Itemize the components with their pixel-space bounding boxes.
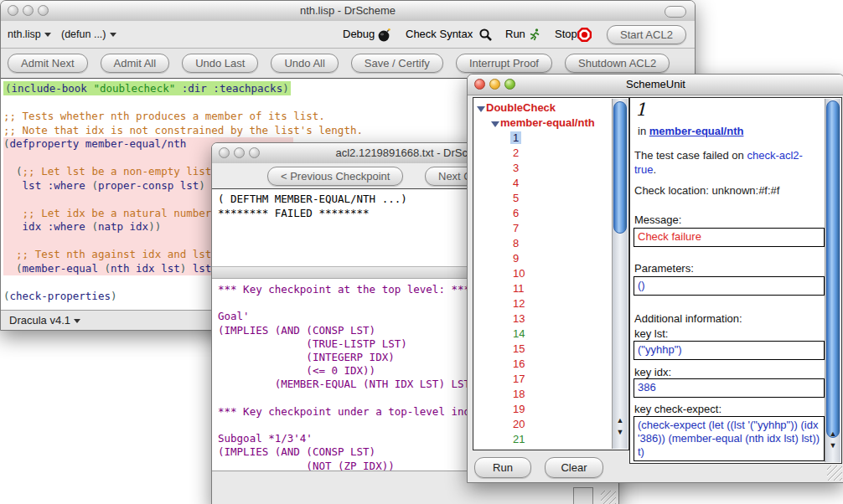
test-case-label: 3 — [510, 162, 521, 174]
window-schemeunit: SchemeUnit DoubleCheck member-equal/nth … — [467, 74, 843, 483]
case-link[interactable]: member-equal/nth — [649, 125, 744, 137]
admit-next-button[interactable]: Admit Next — [8, 54, 88, 73]
clear-button[interactable]: Clear — [545, 457, 603, 478]
vertical-scrollbar[interactable]: ▲ ▼ — [612, 99, 628, 449]
test-case-12[interactable]: 12 — [473, 296, 628, 311]
tree-node-doublecheck[interactable]: DoubleCheck — [473, 100, 628, 116]
runner-icon[interactable] — [527, 28, 541, 42]
test-case-label: 16 — [510, 357, 527, 370]
test-case-label: 20 — [510, 418, 527, 430]
interrupt-proof-button[interactable]: Interrupt Proof — [456, 54, 552, 73]
save-certify-button[interactable]: Save / Certify — [351, 54, 443, 73]
scroll-up-arrow[interactable]: ▲ — [825, 429, 840, 440]
test-case-16[interactable]: 16 — [473, 357, 628, 372]
bomb-icon[interactable] — [377, 28, 391, 42]
toolbar-toggle-button[interactable] — [665, 6, 686, 18]
test-tree-panel: DoubleCheck member-equal/nth 12345678910… — [473, 97, 629, 450]
chevron-down-icon — [44, 33, 51, 37]
test-case-6[interactable]: 6 — [473, 206, 628, 221]
test-case-label: 9 — [510, 252, 521, 265]
previous-checkpoint-button[interactable]: < Previous Checkpoint — [267, 167, 403, 186]
test-case-4[interactable]: 4 — [473, 176, 628, 191]
test-case-10[interactable]: 10 — [473, 266, 628, 281]
key-idx-label: key idx: — [634, 366, 671, 378]
test-case-5[interactable]: 5 — [473, 191, 628, 206]
test-case-9[interactable]: 9 — [473, 251, 628, 266]
check-syntax-button[interactable]: Check Syntax — [406, 21, 473, 48]
test-case-label: 12 — [510, 297, 527, 310]
test-case-2[interactable]: 2 — [473, 146, 628, 161]
language-label: Dracula v4.1 — [9, 314, 70, 327]
test-case-label: 17 — [510, 373, 527, 385]
test-case-label: 15 — [510, 342, 527, 355]
parameters-field[interactable]: () — [634, 276, 825, 296]
test-case-7[interactable]: 7 — [473, 221, 628, 236]
test-case-20[interactable]: 20 — [473, 417, 628, 432]
key-lst-label: key lst: — [634, 327, 668, 340]
key-check-expect-field[interactable]: (check-expect (let ((lst '("yyhhp")) (id… — [634, 416, 825, 461]
proof-summary-text: ( DEFTHM MEMBER-EQUAL/NTH ...) ******** … — [218, 193, 407, 220]
magnifier-icon[interactable] — [478, 28, 493, 42]
vertical-scrollbar[interactable]: ▲ ▼ — [825, 99, 840, 462]
disclosure-triangle-icon[interactable] — [491, 121, 499, 127]
drscheme-toolbar: nth.lisp (defun ...) Debug Check Syntax … — [1, 21, 695, 48]
window-title: nth.lisp - DrScheme — [1, 1, 695, 21]
test-case-8[interactable]: 8 — [473, 236, 628, 251]
message-field[interactable]: Check failure — [634, 228, 825, 247]
start-acl2-button[interactable]: Start ACL2 — [607, 25, 686, 44]
test-case-13[interactable]: 13 — [473, 311, 628, 327]
additional-info-label: Additional information: — [634, 312, 742, 325]
test-case-label: 13 — [510, 312, 527, 325]
test-case-label: 21 — [510, 433, 527, 445]
chevron-down-icon — [110, 33, 116, 37]
test-case-3[interactable]: 3 — [473, 161, 628, 176]
scroll-up-arrow[interactable]: ▲ — [613, 415, 628, 426]
test-case-14[interactable]: 14 — [473, 327, 628, 342]
check-location: Check location: unknown:#f:#f — [634, 184, 779, 197]
test-case-label: 2 — [510, 147, 521, 159]
test-case-label: 7 — [510, 222, 521, 234]
admit-all-button[interactable]: Admit All — [101, 54, 170, 73]
resize-grip[interactable] — [827, 465, 842, 481]
stop-button[interactable]: Stop — [555, 21, 577, 48]
message-label: Message: — [634, 213, 681, 226]
scroll-down-arrow[interactable]: ▼ — [825, 440, 840, 451]
shutdown-acl2-button[interactable]: Shutdown ACL2 — [565, 54, 670, 73]
test-case-18[interactable]: 18 — [473, 387, 628, 402]
case-number: 1 — [635, 100, 646, 120]
test-case-21[interactable]: 21 — [473, 432, 628, 447]
test-case-label: 4 — [510, 177, 521, 189]
test-detail-panel: 1 in member-equal/nth The test case fail… — [629, 97, 842, 464]
file-dropdown[interactable]: nth.lisp — [8, 21, 51, 48]
test-case-17[interactable]: 17 — [473, 372, 628, 387]
parameters-label: Parameters: — [634, 262, 694, 275]
titlebar[interactable]: SchemeUnit — [468, 75, 843, 95]
run-button[interactable]: Run — [505, 21, 525, 48]
titlebar[interactable]: nth.lisp - DrScheme — [1, 1, 695, 22]
test-case-15[interactable]: 15 — [473, 342, 628, 357]
key-idx-field[interactable]: 386 — [634, 378, 825, 398]
test-case-label: 11 — [510, 282, 527, 295]
disclosure-triangle-icon[interactable] — [477, 106, 485, 112]
debug-button[interactable]: Debug — [343, 21, 375, 48]
test-case-label: 18 — [510, 388, 527, 400]
test-case-label: 5 — [510, 192, 521, 204]
scrollbar-thumb[interactable] — [613, 101, 627, 234]
undo-last-button[interactable]: Undo Last — [182, 54, 258, 73]
scroll-down-arrow[interactable]: ▼ — [613, 427, 628, 438]
resize-grip[interactable] — [601, 491, 616, 504]
test-case-label: 8 — [510, 237, 521, 249]
test-case-label: 10 — [510, 267, 527, 280]
test-case-11[interactable]: 11 — [473, 281, 628, 296]
tree-node-member-equal-nth[interactable]: member-equal/nth — [473, 116, 628, 131]
key-check-expect-label: key check-expect: — [634, 403, 721, 415]
undo-all-button[interactable]: Undo All — [271, 54, 338, 73]
run-tests-button[interactable]: Run — [474, 457, 531, 478]
defun-dropdown[interactable]: (defun ...) — [61, 21, 116, 48]
stop-sign-icon[interactable] — [577, 27, 592, 43]
test-case-1[interactable]: 1 — [473, 131, 628, 146]
chevron-down-icon — [74, 319, 80, 323]
scrollbar-thumb[interactable] — [826, 100, 840, 438]
key-lst-field[interactable]: ("yyhhp") — [634, 341, 825, 360]
test-case-19[interactable]: 19 — [473, 402, 628, 417]
